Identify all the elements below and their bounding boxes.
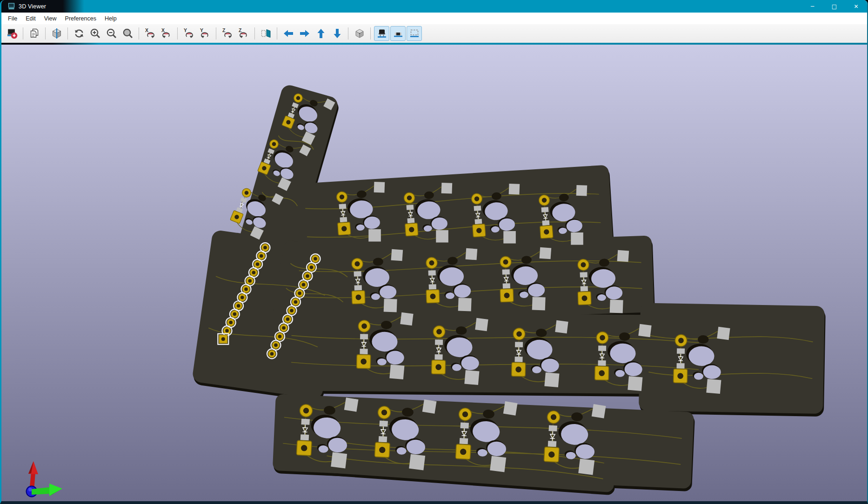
menu-item-view[interactable]: View [40,14,61,23]
menu-bar: FileEditViewPreferencesHelp [1,13,867,24]
copy-image-icon [28,27,40,40]
zoom-out-button[interactable] [104,26,119,41]
show-virtual-models-icon [408,27,421,40]
toolbar-separator [23,27,23,40]
app-icon [7,2,15,10]
rotate-z-ccw-icon: Z [238,27,250,40]
menu-item-file[interactable]: File [4,14,21,23]
svg-text:Z: Z [239,27,242,33]
window-controls: ─ □ ✕ [801,0,867,13]
zoom-in-icon [89,27,101,40]
close-button[interactable]: ✕ [845,0,867,13]
show-through-hole-models-button[interactable] [374,26,389,41]
rotate-x-ccw-icon: X [160,27,173,40]
reload-board-button[interactable] [4,26,20,41]
refresh-view-icon [73,27,85,40]
toolbar-separator [45,27,46,40]
rotate-y-cw-button[interactable]: Y [181,26,196,41]
rotate-y-ccw-button[interactable]: Y [197,26,213,41]
flip-board-button[interactable] [258,26,274,41]
move-left-button[interactable] [280,26,296,41]
pcb-3d-scene[interactable] [1,45,867,501]
move-down-button[interactable] [329,26,345,41]
show-virtual-models-button[interactable] [407,26,422,41]
rotate-x-cw-icon: X [144,27,156,40]
3d-viewer-window: 3D Viewer ─ □ ✕ FileEditViewPreferencesH… [0,0,868,504]
toolbar-separator [348,27,348,40]
toolbar-separator [370,27,371,40]
3d-viewport[interactable] [1,45,867,501]
raytracing-button[interactable] [49,26,64,41]
raytracing-icon [51,27,63,40]
orthographic-projection-icon [354,27,366,40]
menu-item-help[interactable]: Help [100,14,121,23]
show-through-hole-models-icon [376,27,388,40]
window-title: 3D Viewer [19,3,46,10]
toolbar-separator [177,27,178,40]
copy-image-button[interactable] [27,26,42,41]
move-right-button[interactable] [297,26,312,41]
toolbar-separator [139,27,139,40]
move-down-icon [331,27,343,40]
zoom-fit-button[interactable] [120,26,135,41]
rotate-y-ccw-icon: Y [199,27,211,40]
reload-board-icon [6,27,18,40]
zoom-in-button[interactable] [87,26,103,41]
show-smd-models-button[interactable] [390,26,406,41]
zoom-fit-icon [122,27,134,40]
toolbar: XXYYZZ [1,24,867,43]
toolbar-separator [216,27,216,40]
board-plate [639,303,825,414]
move-left-icon [282,27,294,40]
maximize-button[interactable]: □ [823,0,845,13]
menu-item-edit[interactable]: Edit [21,14,40,23]
svg-text:X: X [145,27,148,33]
rotate-x-ccw-button[interactable]: X [159,26,174,41]
menu-item-preferences[interactable]: Preferences [61,14,100,23]
rotate-z-cw-icon: Z [221,27,234,40]
move-up-button[interactable] [313,26,328,41]
toolbar-separator [67,27,68,40]
svg-text:Z: Z [222,27,226,33]
toolbar-separator [254,27,255,40]
orthographic-projection-button[interactable] [352,26,367,41]
rotate-z-ccw-button[interactable]: Z [236,26,251,41]
move-up-icon [315,27,327,40]
svg-text:Y: Y [200,27,203,33]
minimize-button[interactable]: ─ [801,0,823,13]
rotate-z-cw-button[interactable]: Z [220,26,235,41]
title-bar: 3D Viewer ─ □ ✕ [1,0,867,13]
flip-board-icon [260,27,272,40]
refresh-view-button[interactable] [71,26,87,41]
rotate-x-cw-button[interactable]: X [142,26,158,41]
toolbar-separator [277,27,277,40]
rotate-y-cw-icon: Y [183,27,195,40]
zoom-out-icon [106,27,118,40]
show-smd-models-icon [392,27,404,40]
svg-text:X: X [161,27,165,33]
svg-text:Y: Y [184,27,187,33]
move-right-icon [299,27,311,40]
